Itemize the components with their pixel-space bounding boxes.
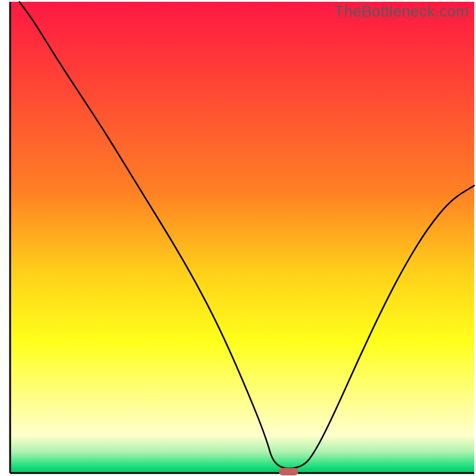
chart-background-gradient — [10, 2, 474, 473]
chart-svg — [0, 0, 476, 476]
optimum-marker — [279, 468, 299, 475]
bottleneck-chart: TheBottleneck.com — [0, 0, 476, 476]
watermark-text: TheBottleneck.com — [334, 2, 469, 21]
